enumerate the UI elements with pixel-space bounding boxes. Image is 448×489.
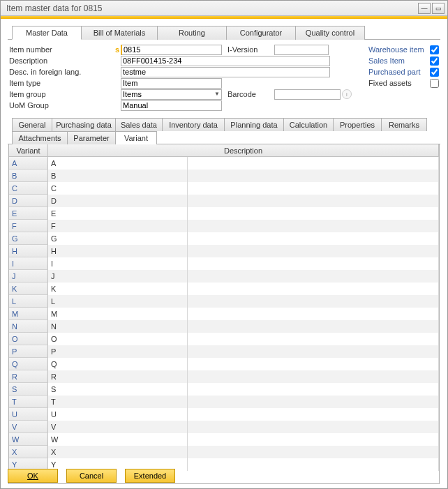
row-header[interactable]: L [9, 295, 48, 308]
extended-button[interactable]: Extended [125, 469, 175, 483]
cell-description[interactable] [188, 232, 439, 245]
row-header[interactable]: O [9, 333, 48, 345]
row-header[interactable]: A [9, 157, 48, 170]
sub-tab-parameter[interactable]: Parameter [67, 131, 116, 144]
cell-description[interactable] [188, 170, 439, 182]
i-version-input[interactable] [274, 45, 329, 55]
row-header[interactable]: J [9, 270, 48, 283]
table-row[interactable]: CC [9, 182, 439, 195]
cell-description[interactable] [188, 270, 439, 283]
purchased-part-checkbox[interactable] [430, 68, 439, 77]
cell-description[interactable] [188, 157, 439, 170]
cell-variant[interactable]: O [48, 333, 188, 345]
row-header[interactable]: R [9, 370, 48, 383]
cell-variant[interactable]: N [48, 320, 188, 333]
row-header[interactable]: F [9, 220, 48, 232]
row-header[interactable]: P [9, 345, 48, 358]
row-header[interactable]: U [9, 408, 48, 421]
sub-tab-attachments[interactable]: Attachments [12, 131, 68, 144]
cell-description[interactable] [188, 333, 439, 345]
row-header[interactable]: E [9, 207, 48, 220]
table-row[interactable]: MM [9, 308, 439, 320]
cell-variant[interactable]: M [48, 308, 188, 320]
sub-tab-sales-data[interactable]: Sales data [115, 118, 163, 131]
item-type-input[interactable] [121, 78, 222, 89]
cell-description[interactable] [188, 408, 439, 421]
cell-variant[interactable]: D [48, 195, 188, 207]
cell-variant[interactable]: W [48, 433, 188, 446]
table-row[interactable]: TT [9, 396, 439, 408]
table-row[interactable]: EE [9, 207, 439, 220]
row-header[interactable]: B [9, 170, 48, 182]
barcode-info-icon[interactable]: i [342, 89, 352, 99]
sub-tab-purchasing-data[interactable]: Purchasing data [52, 118, 116, 131]
cell-variant[interactable]: H [48, 245, 188, 257]
cell-variant[interactable]: E [48, 207, 188, 220]
main-tab-quality-control[interactable]: Quality control [295, 26, 365, 40]
warehouse-item-checkbox[interactable] [430, 45, 439, 54]
cell-variant[interactable]: U [48, 408, 188, 421]
table-row[interactable]: VV [9, 421, 439, 433]
sub-tab-calculation[interactable]: Calculation [283, 118, 334, 131]
main-tab-bill-of-materials[interactable]: Bill of Materials [81, 26, 158, 40]
uom-group-input[interactable] [121, 100, 222, 111]
row-header[interactable]: V [9, 421, 48, 433]
cell-description[interactable] [188, 446, 439, 458]
table-row[interactable]: WW [9, 433, 439, 446]
cell-variant[interactable]: C [48, 182, 188, 195]
cell-description[interactable] [188, 433, 439, 446]
main-tab-configurator[interactable]: Configurator [226, 26, 296, 40]
table-row[interactable]: BB [9, 170, 439, 182]
cell-description[interactable] [188, 195, 439, 207]
cell-variant[interactable]: G [48, 232, 188, 245]
row-header[interactable]: W [9, 433, 48, 446]
row-header[interactable]: N [9, 320, 48, 333]
cell-description[interactable] [188, 458, 439, 471]
cell-description[interactable] [188, 295, 439, 308]
table-row[interactable]: LL [9, 295, 439, 308]
grid-header-variant[interactable]: Variant [9, 144, 48, 156]
table-row[interactable]: JJ [9, 270, 439, 283]
cell-variant[interactable]: X [48, 446, 188, 458]
minimize-button[interactable]: — [418, 3, 431, 14]
cell-variant[interactable]: L [48, 295, 188, 308]
table-row[interactable]: XX [9, 446, 439, 458]
ok-button[interactable]: OK [8, 469, 58, 483]
table-row[interactable]: PP [9, 345, 439, 358]
cell-description[interactable] [188, 396, 439, 408]
cell-description[interactable] [188, 383, 439, 396]
cell-description[interactable] [188, 245, 439, 257]
barcode-input[interactable] [274, 89, 341, 100]
cell-description[interactable] [188, 345, 439, 358]
cell-description[interactable] [188, 182, 439, 195]
cell-variant[interactable]: S [48, 383, 188, 396]
table-row[interactable]: KK [9, 283, 439, 295]
row-header[interactable]: T [9, 396, 48, 408]
cell-description[interactable] [188, 421, 439, 433]
table-row[interactable]: OO [9, 333, 439, 345]
cell-description[interactable] [188, 207, 439, 220]
table-row[interactable]: HH [9, 245, 439, 257]
cell-variant[interactable]: R [48, 370, 188, 383]
main-tab-master-data[interactable]: Master Data [12, 26, 82, 40]
row-header[interactable]: I [9, 257, 48, 270]
cell-variant[interactable]: B [48, 170, 188, 182]
cell-description[interactable] [188, 320, 439, 333]
fixed-assets-checkbox[interactable] [430, 79, 439, 88]
cell-description[interactable] [188, 283, 439, 295]
grid-header-description[interactable]: Description [48, 144, 439, 156]
maximize-button[interactable]: ▭ [432, 3, 445, 14]
row-header[interactable]: X [9, 446, 48, 458]
row-header[interactable]: Q [9, 358, 48, 370]
sub-tab-variant[interactable]: Variant [115, 131, 157, 144]
item-group-select[interactable] [121, 89, 222, 100]
description-input[interactable] [121, 56, 330, 66]
cancel-button[interactable]: Cancel [66, 469, 117, 483]
item-number-input[interactable] [121, 45, 222, 55]
cell-variant[interactable]: I [48, 257, 188, 270]
main-tab-routing[interactable]: Routing [157, 26, 227, 40]
cell-variant[interactable]: T [48, 396, 188, 408]
cell-variant[interactable]: F [48, 220, 188, 232]
cell-description[interactable] [188, 257, 439, 270]
table-row[interactable]: SS [9, 383, 439, 396]
